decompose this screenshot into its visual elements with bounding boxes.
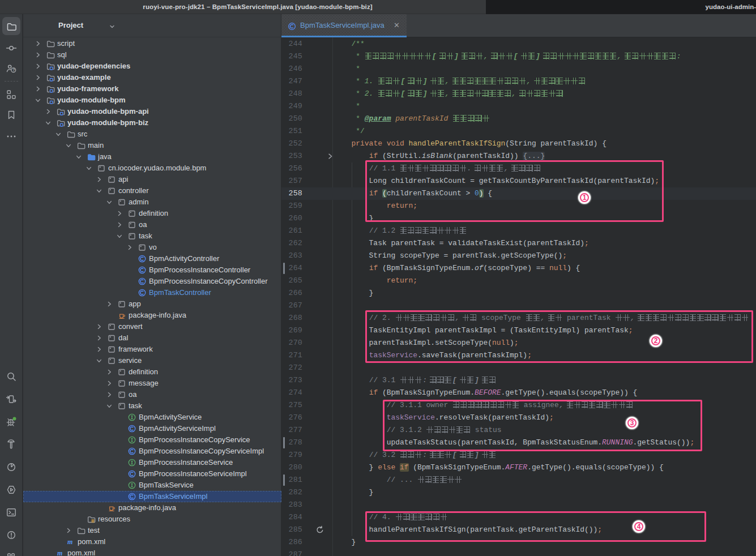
svg-text:m: m (67, 538, 72, 546)
svg-text:?: ? (12, 67, 15, 72)
svg-text:m: m (57, 549, 62, 556)
